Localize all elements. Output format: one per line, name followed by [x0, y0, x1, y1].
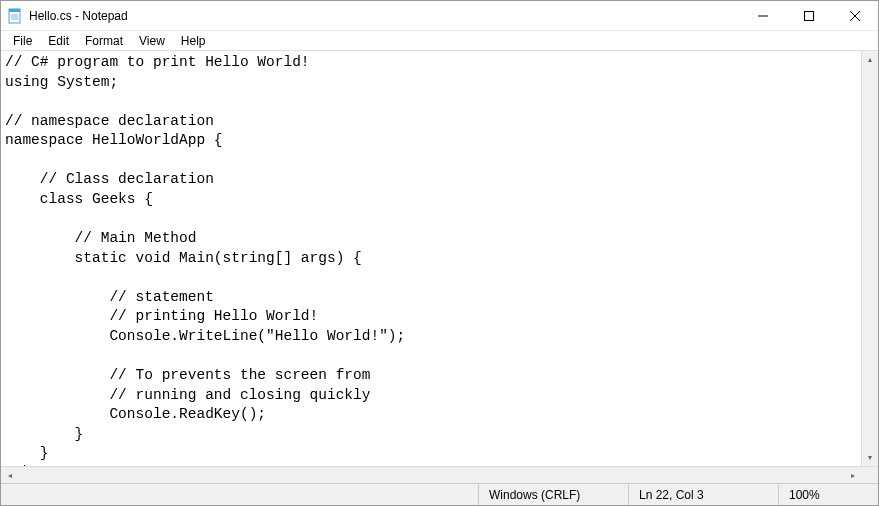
maximize-button[interactable]: [786, 1, 832, 30]
status-line-ending: Windows (CRLF): [478, 484, 628, 505]
editor-text: // C# program to print Hello World! usin…: [5, 54, 405, 466]
scroll-right-icon[interactable]: ▸: [844, 467, 861, 483]
horizontal-scrollbar[interactable]: ◂ ▸: [1, 466, 878, 483]
scroll-track-h[interactable]: [18, 467, 844, 483]
status-zoom: 100%: [778, 484, 878, 505]
menu-file[interactable]: File: [5, 32, 40, 50]
titlebar: Hello.cs - Notepad: [1, 1, 878, 31]
statusbar: Windows (CRLF) Ln 22, Col 3 100%: [1, 483, 878, 505]
scroll-track-v[interactable]: [862, 68, 878, 449]
scroll-up-icon[interactable]: ▴: [862, 51, 878, 68]
text-cursor: [24, 465, 25, 466]
vertical-scrollbar[interactable]: ▴ ▾: [861, 51, 878, 466]
scroll-corner: [861, 467, 878, 483]
text-editor[interactable]: // C# program to print Hello World! usin…: [1, 51, 861, 466]
scroll-down-icon[interactable]: ▾: [862, 449, 878, 466]
menu-format[interactable]: Format: [77, 32, 131, 50]
window-title: Hello.cs - Notepad: [29, 9, 740, 23]
status-caret-position: Ln 22, Col 3: [628, 484, 778, 505]
menubar: File Edit Format View Help: [1, 31, 878, 51]
menu-help[interactable]: Help: [173, 32, 214, 50]
minimize-button[interactable]: [740, 1, 786, 30]
window-controls: [740, 1, 878, 30]
svg-rect-6: [805, 11, 814, 20]
menu-view[interactable]: View: [131, 32, 173, 50]
close-button[interactable]: [832, 1, 878, 30]
svg-rect-1: [9, 9, 20, 12]
editor-area: // C# program to print Hello World! usin…: [1, 51, 878, 466]
scroll-left-icon[interactable]: ◂: [1, 467, 18, 483]
menu-edit[interactable]: Edit: [40, 32, 77, 50]
notepad-icon: [7, 8, 23, 24]
